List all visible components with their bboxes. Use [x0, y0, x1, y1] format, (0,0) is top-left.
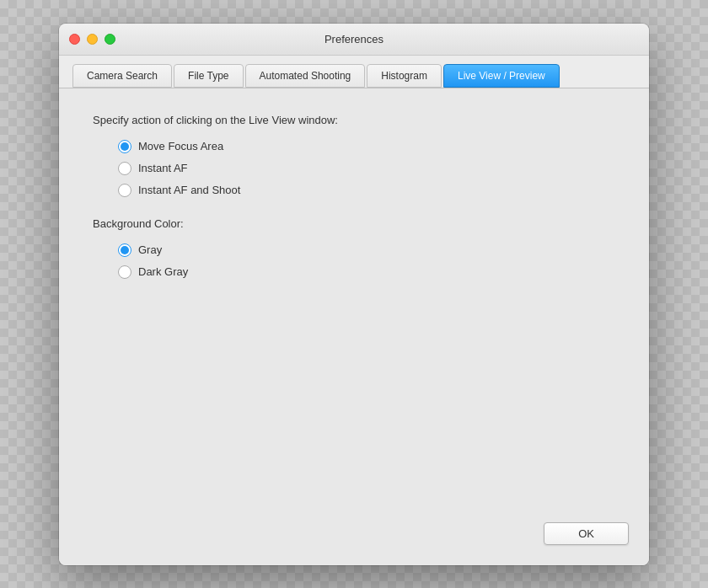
radio-gray[interactable]: Gray	[118, 243, 615, 257]
radio-circle-instant-af-shoot	[118, 184, 131, 197]
radio-label-instant-af: Instant AF	[138, 162, 188, 174]
tab-file-type[interactable]: File Type	[174, 64, 243, 88]
tab-bar: Camera Search File Type Automated Shooti…	[59, 56, 649, 88]
titlebar: Preferences	[59, 24, 649, 56]
radio-instant-af-shoot[interactable]: Instant AF and Shoot	[118, 184, 615, 197]
radio-move-focus-area[interactable]: Move Focus Area	[118, 140, 615, 153]
window-controls	[69, 34, 115, 45]
tab-automated-shooting[interactable]: Automated Shooting	[245, 64, 366, 88]
maximize-button[interactable]	[105, 34, 115, 45]
section2-label: Background Color:	[93, 217, 615, 230]
click-action-group: Move Focus Area Instant AF Instant AF an…	[118, 140, 615, 197]
radio-label-instant-af-shoot: Instant AF and Shoot	[138, 184, 240, 196]
radio-label-dark-gray: Dark Gray	[138, 265, 188, 278]
section1-label: Specify action of clicking on the Live V…	[93, 114, 615, 126]
minimize-button[interactable]	[87, 34, 98, 45]
background-color-group: Gray Dark Gray	[118, 243, 615, 279]
radio-circle-dark-gray	[118, 265, 131, 279]
radio-dark-gray[interactable]: Dark Gray	[118, 265, 615, 279]
radio-instant-af[interactable]: Instant AF	[118, 162, 615, 175]
tab-histogram[interactable]: Histogram	[367, 64, 442, 88]
radio-circle-move-focus	[118, 140, 131, 153]
tab-camera-search[interactable]: Camera Search	[72, 64, 172, 88]
tab-live-view-preview[interactable]: Live View / Preview	[443, 64, 560, 88]
preferences-window: Preferences Camera Search File Type Auto…	[59, 24, 649, 565]
footer: OK	[59, 509, 649, 565]
radio-circle-instant-af	[118, 162, 131, 175]
radio-label-move-focus: Move Focus Area	[138, 140, 223, 152]
ok-button[interactable]: OK	[544, 522, 629, 545]
radio-label-gray: Gray	[138, 243, 162, 256]
content-area: Specify action of clicking on the Live V…	[59, 88, 649, 509]
close-button[interactable]	[69, 34, 80, 45]
radio-circle-gray	[118, 243, 131, 257]
window-title: Preferences	[324, 33, 384, 45]
